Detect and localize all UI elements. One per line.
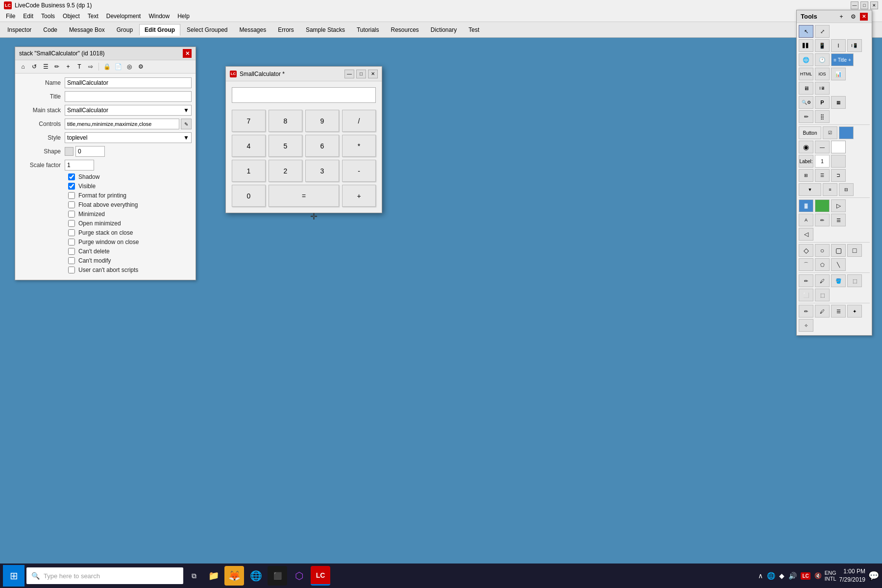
tool-p[interactable]: P	[815, 96, 830, 109]
tool-draw-lasso[interactable]: ⌒	[799, 258, 813, 271]
open-minimized-checkbox[interactable]	[68, 220, 75, 227]
tool-cursor-text[interactable]: I	[831, 39, 846, 52]
tool-select-rect[interactable]: ⬜	[799, 289, 813, 301]
tool-lines[interactable]: ☰	[831, 214, 846, 226]
purge-stack-checkbox[interactable]	[68, 229, 75, 236]
tool-search-group[interactable]: 🔍⚙	[799, 96, 813, 109]
tool-home[interactable]: ⌂	[18, 62, 28, 72]
taskview-button[interactable]: ⧉	[185, 566, 203, 586]
tool-globe[interactable]: 🌐	[799, 53, 813, 66]
tool-draw-line[interactable]: ╲	[831, 258, 846, 271]
tool-white-rect[interactable]	[831, 141, 846, 153]
calc-key-0[interactable]: 0	[232, 185, 266, 207]
tools-close-button[interactable]: ✕	[860, 13, 868, 21]
menu-edit[interactable]: Edit	[19, 12, 37, 21]
tool-option2[interactable]: ≡	[823, 183, 837, 196]
tool-scroll-blue[interactable]: ▓	[799, 199, 813, 212]
tool-bottom-4[interactable]: ✦	[847, 305, 862, 318]
tool-field-input[interactable]: 1	[815, 155, 830, 168]
tools-settings-button[interactable]: ⚙	[848, 12, 858, 22]
tool-blue-rect[interactable]	[839, 126, 854, 139]
tool-select[interactable]: ⤢	[815, 25, 830, 38]
name-input[interactable]	[65, 77, 192, 88]
calc-key-add[interactable]: +	[342, 185, 376, 207]
tool-bottom-2[interactable]: 🖊	[815, 305, 830, 318]
tab-edit-group[interactable]: Edit Group	[139, 24, 180, 36]
menu-tools[interactable]: Tools	[37, 12, 59, 21]
calc-key-multiply[interactable]: *	[342, 135, 376, 157]
taskbar-chrome-icon[interactable]: 🌐	[246, 566, 266, 586]
tool-circle[interactable]: ○	[815, 244, 830, 257]
taskbar-search-box[interactable]: 🔍 Type here to search	[26, 567, 183, 584]
shadow-checkbox[interactable]	[68, 173, 75, 180]
scale-input[interactable]	[65, 160, 94, 171]
tool-clock[interactable]: 🕐	[815, 53, 830, 66]
tab-select-grouped[interactable]: Select Grouped	[181, 24, 233, 36]
tool-list[interactable]: ☰	[41, 62, 50, 72]
taskbar-app2-icon[interactable]: ⬡	[289, 566, 309, 586]
tool-list-widget[interactable]: ☰	[815, 169, 830, 182]
tool-eraser[interactable]: ⬚	[847, 274, 862, 287]
menu-development[interactable]: Development	[102, 12, 145, 21]
tool-desktop[interactable]: 🖥	[799, 82, 813, 95]
tool-fill-bucket[interactable]: 🪣	[831, 274, 846, 287]
tool-gear[interactable]: ⚙	[136, 62, 146, 72]
user-cant-abort-checkbox[interactable]	[68, 267, 75, 273]
start-button[interactable]: ⊞	[3, 565, 24, 587]
tool-page[interactable]: 📄	[113, 62, 123, 72]
calc-key-4[interactable]: 4	[232, 135, 266, 157]
menu-text[interactable]: Text	[84, 12, 102, 21]
tab-tutorials[interactable]: Tutorials	[351, 24, 385, 36]
tool-mobile[interactable]: 📱	[815, 39, 830, 52]
purge-window-checkbox[interactable]	[68, 239, 75, 245]
calc-key-5[interactable]: 5	[269, 135, 302, 157]
tool-pencil[interactable]: ✏	[799, 110, 813, 123]
tool-table[interactable]: ▦	[831, 96, 846, 109]
tool-text[interactable]: T	[74, 62, 84, 72]
tool-cursor-mobile[interactable]: I📱	[847, 39, 862, 52]
calc-minimize-button[interactable]: —	[344, 70, 354, 78]
tool-option3[interactable]: ⊟	[839, 183, 854, 196]
controls-value[interactable]: title,menu,minimize,maximize,close	[65, 119, 179, 129]
tool-bottom-3[interactable]: ☰	[831, 305, 846, 318]
tool-share[interactable]: ⇨	[86, 62, 96, 72]
tool-scroll-right[interactable]: ▷	[831, 199, 846, 212]
cant-modify-checkbox[interactable]	[68, 257, 75, 264]
style-select[interactable]: toplevel ▼	[65, 132, 192, 143]
calc-maximize-button[interactable]: □	[356, 70, 366, 78]
tool-lock[interactable]: 🔒	[102, 62, 112, 72]
tool-html[interactable]: HTML	[799, 68, 813, 80]
menu-help[interactable]: Help	[173, 12, 194, 21]
calc-key-6[interactable]: 6	[305, 135, 339, 157]
tool-eraser2[interactable]: ⬚	[815, 289, 830, 301]
tab-code[interactable]: Code	[38, 24, 63, 36]
cant-delete-checkbox[interactable]	[68, 248, 75, 255]
tab-sample-stacks[interactable]: Sample Stacks	[300, 24, 350, 36]
tool-diamond[interactable]: ◇	[799, 244, 813, 257]
calc-key-3[interactable]: 3	[305, 160, 339, 182]
tool-table-grid[interactable]: ⊞	[799, 169, 813, 182]
calc-key-equals[interactable]: =	[269, 185, 339, 207]
minimized-checkbox[interactable]	[68, 211, 75, 218]
tool-plus[interactable]: +	[63, 62, 73, 72]
tab-inspector[interactable]: Inspector	[2, 24, 37, 36]
tool-pencil2[interactable]: ✏	[799, 274, 813, 287]
tab-dictionary[interactable]: Dictionary	[425, 24, 462, 36]
tool-dots[interactable]: ⣿	[815, 110, 830, 123]
tool-button-widget[interactable]: Button	[799, 126, 821, 139]
format-printing-checkbox[interactable]	[68, 192, 75, 199]
tool-draw-poly[interactable]: ⬠	[815, 258, 830, 271]
taskbar-livecode-icon[interactable]: LC	[311, 566, 330, 586]
calc-key-2[interactable]: 2	[269, 160, 302, 182]
shape-input[interactable]	[75, 146, 105, 157]
tool-right-widget[interactable]: ⊐	[831, 169, 846, 182]
main-stack-select[interactable]: SmallCalculator ▼	[65, 105, 192, 116]
tool-scroll-green[interactable]	[815, 199, 830, 212]
calc-key-7[interactable]: 7	[232, 110, 266, 132]
tool-radio[interactable]: ◉	[799, 141, 813, 153]
calc-key-9[interactable]: 9	[305, 110, 339, 132]
tool-chart[interactable]: 📊	[831, 68, 846, 80]
tool-edit[interactable]: ✏	[52, 62, 62, 72]
tool-bottom-1[interactable]: ✏	[799, 305, 813, 318]
calc-close-button[interactable]: ✕	[368, 70, 378, 78]
